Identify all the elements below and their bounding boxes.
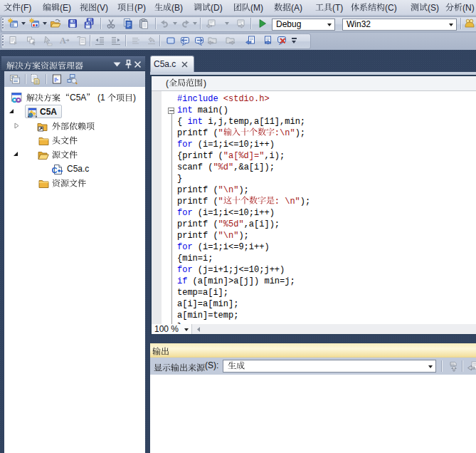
svg-text:C: C [52, 166, 58, 175]
svg-text:A: A [60, 36, 66, 46]
